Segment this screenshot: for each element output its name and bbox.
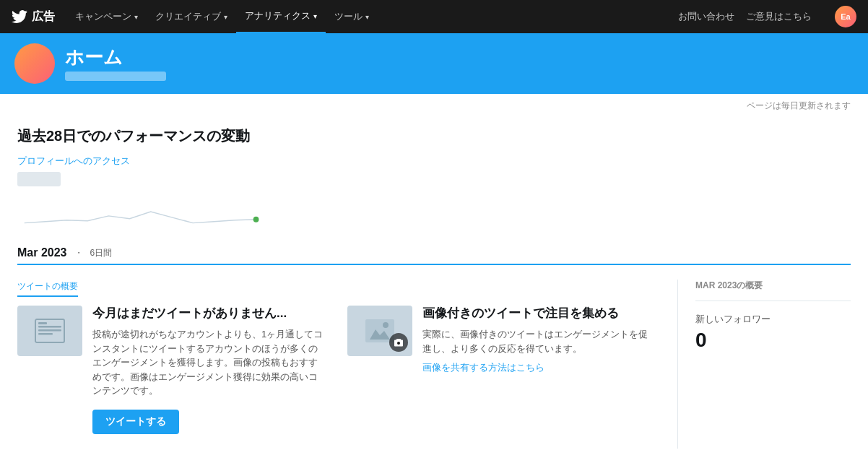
nav-logo[interactable]: 広告: [12, 9, 55, 25]
header-text-block: ホーム: [65, 45, 166, 83]
card2-title: 画像付きのツイートで注目を集める: [422, 306, 656, 321]
svg-rect-3: [38, 326, 61, 328]
follower-count: 0: [695, 329, 851, 352]
metric-value-blurred: [17, 172, 61, 186]
card1-body: 今月はまだツイートがありません... 投稿が途切れがちなアカウントよりも、1ヶ月…: [92, 306, 326, 434]
main-content: 過去28日でのパフォーマンスの変動 プロフィールへのアクセス Mar 2023 …: [0, 112, 868, 463]
performance-heading: 過去28日でのパフォーマンスの変動: [17, 126, 851, 146]
nav-user-avatar[interactable]: Ea: [835, 6, 856, 27]
left-panel: ツイートの概要: [17, 280, 677, 449]
image-tweet-card: 画像付きのツイートで注目を集める 実際に、画像付きのツイートはエンゲージメントを…: [347, 306, 656, 434]
right-divider: [695, 301, 851, 301]
card2-link[interactable]: 画像を共有する方法はこちら: [422, 362, 544, 373]
two-panel-layout: ツイートの概要: [17, 280, 851, 449]
nav-right-section: お問い合わせ ご意見はこちら Ea: [678, 6, 856, 27]
image-placeholder-icon: [34, 318, 66, 344]
card1-body-text: 投稿が途切れがちなアカウントよりも、1ヶ月通してコンスタントにツイートするアカウ…: [92, 327, 326, 398]
profile-access-link[interactable]: プロフィールへのアクセス: [17, 155, 851, 168]
twitter-icon: [12, 9, 27, 25]
section-divider: [17, 264, 851, 265]
chevron-down-icon: ▾: [224, 13, 227, 21]
card2-body: 画像付きのツイートで注目を集める 実際に、画像付きのツイートはエンゲージメントを…: [422, 306, 656, 374]
tweet-summary-label: ツイートの概要: [17, 280, 656, 306]
page-header: ホーム: [0, 33, 868, 94]
right-panel: MAR 2023の概要 新しいフォロワー 0: [677, 280, 851, 449]
nav-item-campaign[interactable]: キャンペーン ▾: [66, 0, 147, 33]
camera-overlay-icon: [389, 333, 408, 352]
nav-item-analytics[interactable]: アナリティクス ▾: [236, 0, 326, 33]
page-title: ホーム: [65, 45, 166, 70]
navigation-bar: 広告 キャンペーン ▾ クリエイティブ ▾ アナリティクス ▾ ツール ▾ お問…: [0, 0, 868, 33]
follower-label: 新しいフォロワー: [695, 313, 851, 326]
nav-logo-text: 広告: [32, 9, 55, 25]
chevron-down-icon: ▾: [365, 13, 369, 21]
svg-point-9: [397, 342, 400, 345]
page-update-note: ページは毎日更新されます: [0, 94, 868, 112]
right-section-label: MAR 2023の概要: [695, 280, 851, 292]
svg-point-8: [383, 322, 389, 328]
date-separator: ・: [74, 247, 83, 259]
username-blurred: [65, 72, 166, 81]
chevron-down-icon: ▾: [313, 12, 317, 20]
sparkline-svg: [17, 196, 270, 230]
svg-rect-4: [38, 329, 61, 332]
user-avatar: [14, 43, 55, 84]
nav-feedback-link[interactable]: ご意見はこちら: [746, 10, 812, 23]
card1-title: 今月はまだツイートがありません...: [92, 306, 326, 321]
card2-body-text: 実際に、画像付きのツイートはエンゲージメントを促進し、より多くの反応を得ています…: [422, 327, 656, 355]
date-period-badge: 6日間: [90, 247, 113, 259]
tweet-button[interactable]: ツイートする: [92, 410, 179, 434]
card1-image: [17, 306, 82, 356]
no-tweet-card: 今月はまだツイートがありません... 投稿が途切れがちなアカウントよりも、1ヶ月…: [17, 306, 326, 434]
nav-item-tools[interactable]: ツール ▾: [326, 0, 378, 33]
camera-icon: [394, 338, 404, 347]
cards-row: 今月はまだツイートがありません... 投稿が途切れがちなアカウントよりも、1ヶ月…: [17, 306, 656, 434]
date-range-bar: Mar 2023 ・ 6日間: [17, 246, 851, 259]
card2-image: [347, 306, 412, 356]
chevron-down-icon: ▾: [134, 13, 138, 21]
date-range-text: Mar 2023: [17, 246, 67, 259]
svg-rect-5: [38, 333, 53, 335]
nav-contact-link[interactable]: お問い合わせ: [678, 10, 734, 23]
svg-rect-2: [38, 322, 47, 324]
sparkline-chart: [17, 196, 851, 232]
nav-item-creative[interactable]: クリエイティブ ▾: [147, 0, 236, 33]
svg-point-0: [253, 217, 259, 222]
header-username: [65, 72, 166, 83]
